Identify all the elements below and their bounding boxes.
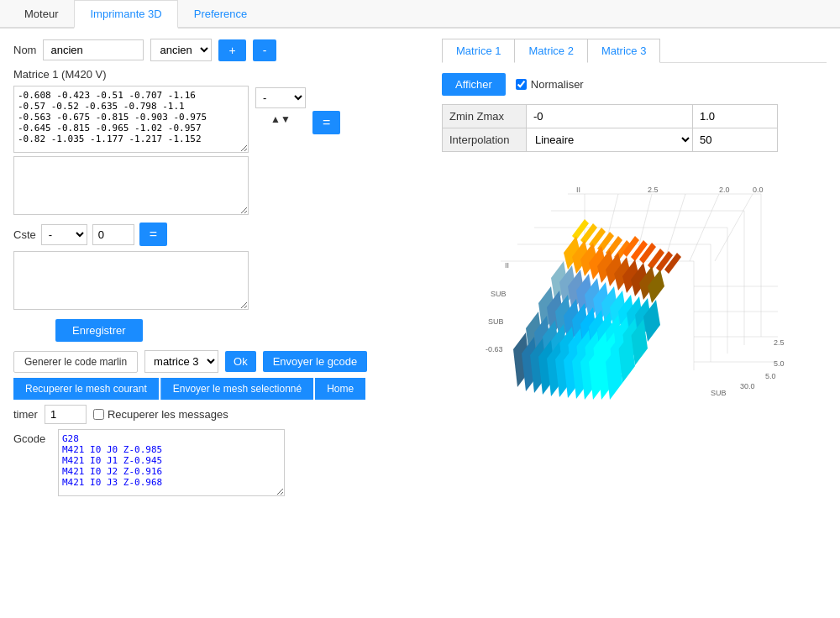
afficher-button[interactable]: Afficher [442,73,506,96]
matrix1-row: -0.608 -0.423 -0.51 -0.707 -1.16 -0.57 -… [13,86,425,153]
envoyer-mesh-button[interactable]: Envoyer le mesh selectionné [160,378,313,400]
op-arrow: ▲▼ [270,113,291,125]
add-button[interactable]: + [218,39,245,61]
matrix1-textarea[interactable]: -0.608 -0.423 -0.51 -0.707 -1.16 -0.57 -… [13,86,249,153]
home-button[interactable]: Home [315,378,365,400]
interpolation-label: Interpolation [443,128,527,151]
timer-input[interactable] [45,405,87,424]
afficher-row: Afficher Normaliser [442,73,827,96]
zmax-input[interactable] [693,105,777,128]
recuperer-messages-checkbox[interactable] [93,409,104,420]
svg-text:2.0: 2.0 [719,186,730,194]
tab-preference[interactable]: Preference [178,0,264,29]
cste-equals-button[interactable]: = [139,223,167,246]
gcode-row: Gcode G28 M421 I0 J0 Z-0.985 M421 I0 J1 … [13,429,425,496]
zmin-row: Zmin Zmax [443,105,777,128]
recuperer-messages-label: Recuperer les messages [93,408,228,421]
op-area: - + * / ▲▼ [255,87,306,125]
right-tab-matrice3[interactable]: Matrice 3 [588,39,660,63]
nom-label: Nom [13,44,36,56]
right-tabs: Matrice 1 Matrice 2 Matrice 3 [442,39,827,63]
bottom-row1: Generer le code marlin matrice 3 matrice… [13,350,425,373]
remove-button[interactable]: - [253,39,277,61]
matrix-title: Matrice 1 (M420 V) [13,68,425,81]
svg-text:2.5: 2.5 [648,186,659,194]
svg-text:II: II [505,261,509,270]
recuperer-mesh-button[interactable]: Recuperer le mesh courant [13,378,159,400]
svg-text:SUB: SUB [488,317,504,326]
3d-chart: II SUB SUB -0.63 SUB 30.0 5.0 2.5 5.0 II… [442,169,795,421]
right-tab-matrice1[interactable]: Matrice 1 [442,39,515,63]
svg-text:2.5: 2.5 [774,338,785,347]
cste-label: Cste [13,228,36,241]
svg-text:5.0: 5.0 [765,372,776,380]
op-select[interactable]: - + * / [255,87,306,108]
cste-op-select[interactable]: - + * [41,224,87,245]
svg-text:5.0: 5.0 [774,359,785,368]
right-panel: Matrice 1 Matrice 2 Matrice 3 Afficher N… [442,39,827,496]
left-panel: Nom ancien + - Matrice 1 (M420 V) -0.608… [13,39,425,496]
nom-row: Nom ancien + - [13,39,425,61]
cste-input[interactable] [92,224,134,245]
interpolation-select[interactable]: Lineaire [527,128,693,151]
chart-container: II SUB SUB -0.63 SUB 30.0 5.0 2.5 5.0 II… [442,169,795,404]
svg-text:0.0: 0.0 [753,186,764,194]
gcode-textarea[interactable]: G28 M421 I0 J0 Z-0.985 M421 I0 J1 Z-0.94… [58,429,285,496]
zmin-input[interactable] [527,105,693,128]
timer-row: timer Recuperer les messages [13,405,425,424]
ok-button[interactable]: Ok [225,351,256,372]
svg-text:SUB: SUB [491,290,507,298]
zmin-label: Zmin Zmax [443,105,527,128]
interpolation-row: Interpolation Lineaire [443,128,777,151]
matrice-select[interactable]: matrice 3 matrice 1 matrice 2 [144,350,218,373]
generer-button[interactable]: Generer le code marlin [13,351,138,373]
gcode-label: Gcode [13,432,51,445]
tab-bar: Moteur Imprimante 3D Preference [0,0,840,29]
enregistrer-row: Enregistrer [13,319,425,342]
normaliser-label: Normaliser [516,78,584,91]
bottom-row2: Recuperer le mesh courant Envoyer le mes… [13,378,425,400]
main-content: Nom ancien + - Matrice 1 (M420 V) -0.608… [0,29,840,506]
svg-text:SUB: SUB [711,389,727,397]
svg-text:-0.63: -0.63 [486,345,503,354]
matrix3-textarea[interactable] [13,251,249,310]
interpolation-count-input[interactable] [693,128,777,151]
tab-moteur[interactable]: Moteur [8,0,74,29]
envoyer-gcode-button[interactable]: Envoyer le gcode [263,351,367,372]
equals-area: = [312,111,340,134]
right-tab-matrice2[interactable]: Matrice 2 [515,39,587,63]
tab-imprimante[interactable]: Imprimante 3D [74,0,177,29]
bottom-controls: Generer le code marlin matrice 3 matrice… [13,350,425,496]
normaliser-checkbox[interactable] [516,79,527,90]
nom-select[interactable]: ancien [150,39,212,61]
svg-text:II: II [576,186,580,194]
svg-text:30.0: 30.0 [740,382,755,390]
matrix2-textarea[interactable] [13,156,249,215]
nom-input[interactable] [43,39,144,60]
param-table: Zmin Zmax Interpolation Lineaire [442,104,778,152]
cste-row: Cste - + * = [13,223,425,246]
timer-label: timer [13,408,38,421]
equals-button[interactable]: = [312,111,340,134]
enregistrer-button[interactable]: Enregistrer [55,319,143,342]
